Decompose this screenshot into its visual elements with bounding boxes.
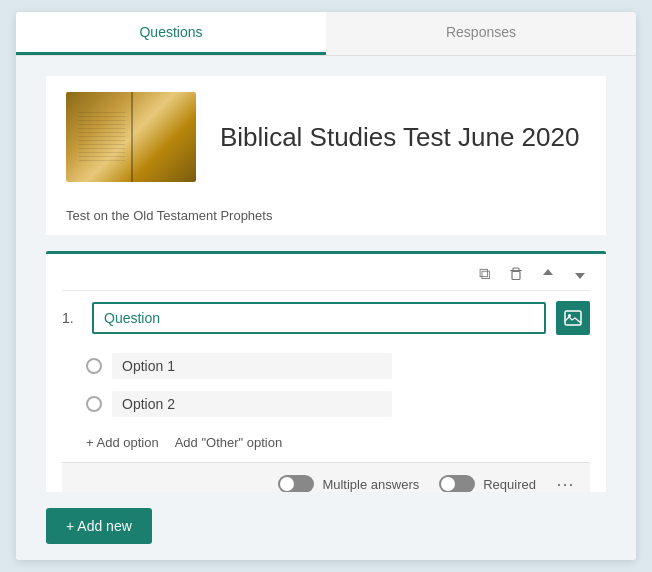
form-subtitle: Test on the Old Testament Prophets [46,208,606,235]
required-group: Required [439,475,536,492]
multiple-answers-group: Multiple answers [278,475,419,492]
svg-point-3 [568,314,571,317]
option-1-text: Option 1 [112,353,392,379]
svg-rect-1 [512,272,520,280]
card-bottom-bar: Multiple answers Required ⋯ [62,462,590,492]
option-2-text: Option 2 [112,391,392,417]
form-image [66,92,196,182]
card-toolbar: ⧉ [62,264,590,291]
required-toggle[interactable] [439,475,475,492]
add-other-button[interactable]: Add "Other" option [175,435,283,450]
main-container: Questions Responses Biblical Studies Tes… [16,12,636,560]
options-list: Option 1 Option 2 [62,343,590,427]
required-label: Required [483,477,536,492]
content-area: Biblical Studies Test June 2020 Test on … [16,56,636,492]
tabs-bar: Questions Responses [16,12,636,56]
add-new-button[interactable]: + Add new [46,508,152,544]
move-down-icon[interactable] [570,264,590,284]
add-option-row: + Add option Add "Other" option [62,427,590,462]
question-input-wrap [92,302,546,334]
add-option-button[interactable]: + Add option [86,435,159,450]
question-input[interactable] [92,302,546,334]
multiple-answers-label: Multiple answers [322,477,419,492]
question-row: 1. [62,291,590,343]
delete-icon[interactable] [506,264,526,284]
radio-option-1[interactable] [86,358,102,374]
tab-questions[interactable]: Questions [16,12,326,55]
add-new-section: + Add new [16,492,636,560]
option-item: Option 1 [86,347,590,385]
radio-option-2[interactable] [86,396,102,412]
add-image-button[interactable] [556,301,590,335]
more-options-icon[interactable]: ⋯ [556,473,574,492]
move-up-icon[interactable] [538,264,558,284]
question-number: 1. [62,310,82,326]
copy-icon[interactable]: ⧉ [474,264,494,284]
multiple-answers-toggle[interactable] [278,475,314,492]
option-item: Option 2 [86,385,590,423]
form-header: Biblical Studies Test June 2020 [46,76,606,198]
question-card: ⧉ 1. [46,251,606,492]
tab-responses[interactable]: Responses [326,12,636,55]
form-title: Biblical Studies Test June 2020 [220,122,579,153]
